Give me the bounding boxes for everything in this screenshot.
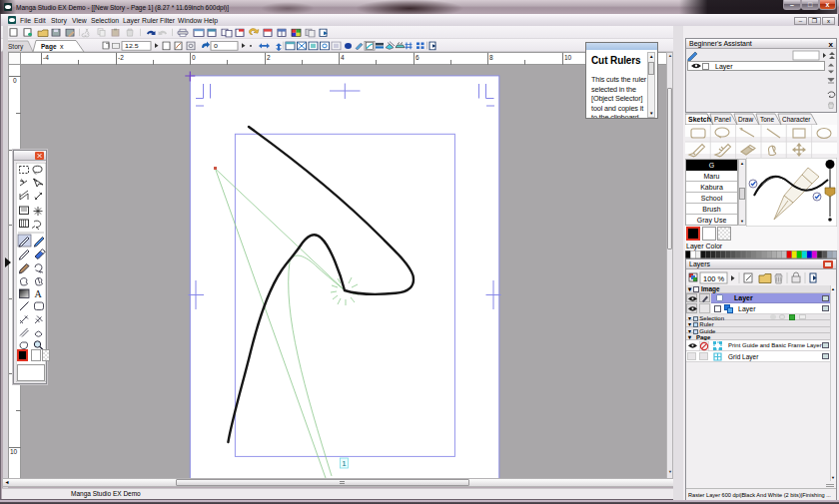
- svg-text:Story: Story: [8, 43, 24, 51]
- svg-text:Draw: Draw: [738, 116, 753, 123]
- svg-text:Panel: Panel: [714, 116, 731, 123]
- svg-text:Sketch: Sketch: [688, 116, 711, 123]
- svg-text:Tone: Tone: [760, 116, 774, 123]
- svg-text:Page: Page: [41, 43, 57, 51]
- svg-text:Character: Character: [782, 116, 811, 123]
- svg-text:A: A: [35, 288, 43, 299]
- svg-text:100 %: 100 %: [703, 274, 725, 283]
- svg-text:x: x: [60, 43, 64, 50]
- svg-text:0: 0: [214, 43, 218, 49]
- svg-text:12.5: 12.5: [125, 43, 139, 49]
- svg-text:1: 1: [342, 459, 347, 468]
